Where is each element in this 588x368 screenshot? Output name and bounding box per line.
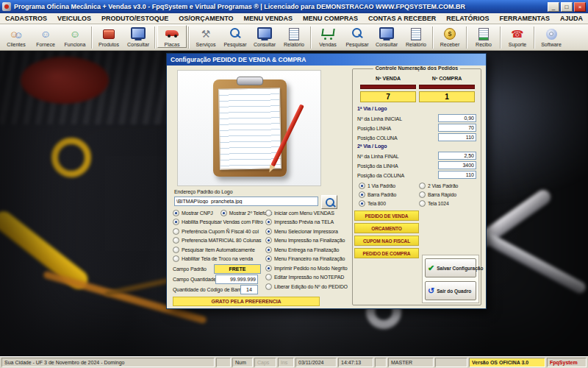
radio-2-vias-padrao[interactable]: 2 Vias Padrão [419, 183, 458, 189]
close-button[interactable]: × [574, 2, 586, 12]
option-label: Menu Entrega na Finalização [274, 247, 339, 252]
option-editar-notepad[interactable]: Editar Impressão no NOTEPAD [265, 274, 344, 280]
toolbar-button-pesquisar-vendas[interactable]: Pesquisar [343, 25, 372, 48]
linha-inicial-input[interactable] [438, 114, 476, 122]
toolbar-button-relatorio-servicos[interactable]: Relatório [279, 25, 309, 48]
radio-icon [220, 210, 227, 216]
option-pesquisar-vendas-filtro[interactable]: Habilita Pesquisar Vendas com Filtro [173, 219, 263, 225]
toolbar-button-consultar-servicos[interactable]: Consultar [250, 25, 279, 48]
option-tela-troco[interactable]: Habilitar Tela de Troco na venda [173, 255, 253, 262]
toolbar-button-consultar-produtos[interactable]: Consultar [123, 25, 153, 48]
menu-vendas[interactable]: MENU VENDAS [239, 14, 298, 23]
campo-padrao-input[interactable] [214, 264, 261, 274]
status-version: Versão OS OFICINA 3.0 [469, 358, 545, 367]
option-impressao-previa[interactable]: Impressão Prévia na TELA [265, 219, 334, 225]
option-iniciar-menu-vendas[interactable]: Iniciar com Menu VENDAS [265, 210, 334, 216]
radio-icon [359, 200, 365, 207]
pedido-compra-button[interactable]: PEDIDO DE COMPRA [354, 248, 419, 258]
menu-veiculos[interactable]: VEICULOS [52, 14, 96, 23]
toolbar-button-servicos[interactable]: Serviços [191, 25, 220, 48]
option-label: Menu Financeiro na Finalização [274, 256, 345, 261]
menu-os-orcamento[interactable]: OS/ORÇAMENTO [173, 14, 238, 23]
toolbar-button-fornece[interactable]: Fornece [31, 25, 60, 48]
option-label: Preferencia MATRICIAL 80 Colunas [182, 238, 261, 243]
toolbar-label: Software [541, 42, 562, 47]
status-time: 14:47:13 [338, 358, 373, 367]
radio-tela-800[interactable]: Tela 800 [359, 200, 386, 207]
exit-dialog-button[interactable]: Sair do Quadro [425, 281, 476, 300]
maximize-button[interactable]: □ [561, 2, 573, 12]
toolbar-button-vendas[interactable]: Vendas [313, 25, 343, 48]
option-impressao-finalizacao[interactable]: Menu Impressão na Finalização [265, 237, 345, 244]
browse-logo-button[interactable] [321, 195, 337, 209]
thanks-banner: GRATO PELA PREFERENCIA [173, 297, 320, 306]
radio-tela-1024[interactable]: Tela 1024 [419, 200, 449, 207]
employee-icon [66, 26, 84, 41]
menu-produto-estoque[interactable]: PRODUTO/ESTOQUE [96, 14, 173, 23]
menu-compras[interactable]: MENU COMPRAS [298, 14, 363, 23]
linha-final-input[interactable] [438, 152, 476, 160]
option-matricial-80[interactable]: Preferencia MATRICIAL 80 Colunas [173, 237, 261, 244]
codigo-barras-input[interactable] [240, 285, 258, 294]
campo-quantidade-input[interactable] [215, 275, 258, 284]
option-financeiro-finalizacao[interactable]: Menu Financeiro na Finalização [265, 255, 345, 262]
menu-contas-receber[interactable]: CONTAS A RECEBER [363, 14, 441, 23]
option-selecionar-impressora[interactable]: Menu Selecionar Impressora [265, 228, 338, 235]
menu-ferramentas[interactable]: FERRAMENTAS [495, 14, 555, 23]
radio-icon [359, 191, 365, 198]
toolbar-label: Receber [440, 42, 459, 47]
option-cupom-nao-fiscal-40[interactable]: Preferência Cupom Ñ Fiscal 40 col [173, 228, 259, 235]
radio-icon [265, 219, 272, 225]
menu-cadastros[interactable]: CADASTROS [0, 14, 52, 23]
search-icon [226, 26, 244, 41]
orcamento-button[interactable]: ORCAMENTO [354, 223, 419, 233]
toolbar-button-suporte[interactable]: Suporte [503, 25, 532, 48]
window-titlebar: Programa Oficina Mecânica + Vendas v3.0 … [0, 0, 588, 13]
toolbar-button-produtos[interactable]: Produtos [94, 25, 123, 48]
window-title: Programa Oficina Mecânica + Vendas v3.0 … [14, 3, 546, 10]
radio-icon [359, 183, 365, 189]
radio-1-via-padrao[interactable]: 1 Via Padrão [359, 183, 395, 189]
radio-barra-rapido[interactable]: Barra Rápido [419, 191, 456, 198]
option-entrega-finalizacao[interactable]: Menu Entrega na Finalização [265, 247, 339, 253]
option-modo-negrito[interactable]: Imprimir Pedido no Modo Negrito [265, 265, 348, 272]
compra-number-label: Nº COMPRA [419, 76, 475, 81]
toolbar-label: Relatório [406, 42, 426, 47]
radio-icon [265, 283, 272, 290]
toolbar-label: Pesquisar [345, 42, 368, 47]
compra-number-value[interactable]: 1 [419, 91, 475, 102]
posicao-linha-input[interactable] [438, 124, 476, 132]
toolbar-button-receber[interactable]: Receber [435, 25, 465, 48]
toolbar-label: Pesquisar [223, 42, 246, 47]
posicao-linha2-input[interactable] [438, 161, 476, 169]
option-label: Preferência Cupom Ñ Fiscal 40 col [182, 229, 259, 234]
menu-relatorios[interactable]: RELATÓRIOS [441, 14, 494, 23]
toolbar-button-clientes[interactable]: Clientes [1, 25, 31, 48]
toolbar-button-pesquisar-servicos[interactable]: Pesquisar [220, 25, 250, 48]
menu-ajuda[interactable]: AJUDA [555, 14, 588, 23]
toolbar-separator [91, 26, 93, 49]
posicao-coluna-label: Posição COLUNA [357, 135, 398, 141]
posicao-coluna2-input[interactable] [438, 171, 476, 179]
toolbar-button-funciona[interactable]: Funciona [60, 25, 90, 48]
option-mostrar-2-telefone[interactable]: Mostrar 2º Telefone [220, 210, 273, 216]
toolbar-button-software[interactable]: Software [537, 25, 566, 48]
toolbar-button-consultar-vendas[interactable]: Consultar [372, 25, 401, 48]
option-liberar-edicao-pedido[interactable]: Liberar Edição do Nº do PEDIDO [265, 283, 348, 290]
cupom-nao-fiscal-button[interactable]: CUPOM NAO FISCAL [354, 236, 419, 246]
venda-number-value[interactable]: 7 [360, 91, 416, 102]
dialog-titlebar[interactable]: Configuração PEDIDO DE VENDA & COMPRA [167, 54, 486, 66]
posicao-coluna-input[interactable] [438, 133, 476, 141]
logo-path-input[interactable] [174, 197, 318, 206]
minimize-button[interactable]: _ [548, 2, 559, 12]
toolbar-button-recibo[interactable]: Recibo [469, 25, 498, 48]
toolbar-button-relatorio-vendas[interactable]: Relatório [401, 25, 431, 48]
pedido-venda-button[interactable]: PEDIDO DE VENDA [354, 210, 419, 221]
toolbar-separator [188, 26, 190, 49]
toolbar-button-placas[interactable]: Placas [157, 25, 187, 48]
option-pesquisar-item-auto[interactable]: Pesquisar Item Automaticamente [173, 247, 255, 253]
option-mostrar-cnpj[interactable]: Mostrar CNPJ [173, 210, 213, 216]
radio-barra-padrao[interactable]: Barra Padrão [359, 191, 396, 198]
status-brand: FpqSystem [547, 358, 587, 367]
save-config-button[interactable]: Salvar Configuração [425, 258, 476, 277]
